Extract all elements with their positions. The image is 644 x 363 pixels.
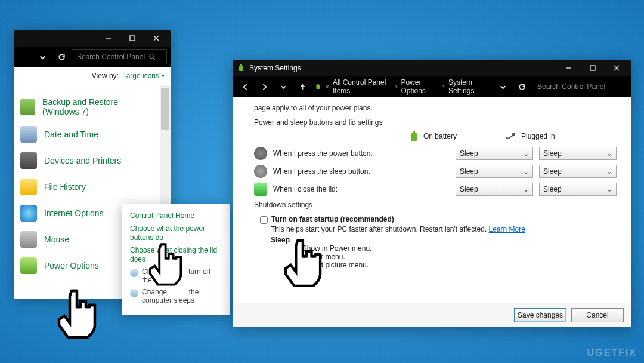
fast-startup-help: This helps start your PC faster after sh…: [271, 225, 617, 233]
cp-item-label: Date and Time: [44, 130, 98, 139]
minimize-button[interactable]: [97, 30, 120, 47]
system-settings-window: System Settings « All Control Panel Item…: [233, 60, 631, 327]
printer-icon: [20, 152, 37, 169]
cp-item-label: Mouse: [44, 235, 69, 244]
dropdown-lid-plugged[interactable]: Sleep: [539, 183, 617, 196]
minimize-button[interactable]: [557, 60, 581, 76]
save-changes-button[interactable]: Save changes: [514, 308, 566, 322]
dropdown-power-plugged[interactable]: Sleep: [539, 147, 617, 160]
folder-icon: [20, 179, 37, 195]
shutdown-settings: Turn on fast startup (recommended) This …: [254, 215, 617, 269]
power-icon: [254, 147, 267, 160]
search-input[interactable]: Search Control Panel: [72, 49, 167, 64]
dropdown-power-battery[interactable]: Sleep: [456, 147, 533, 160]
forward-button[interactable]: [255, 79, 273, 94]
cp-item-label: Devices and Printers: [44, 156, 121, 165]
fast-startup-checkbox[interactable]: [260, 216, 268, 224]
link-computer-sleeps[interactable]: Change xxxxx the computer sleeps: [130, 288, 222, 304]
refresh-button[interactable]: [52, 49, 70, 64]
watermark: UGETFIX: [587, 347, 637, 358]
battery-icon: [20, 257, 37, 274]
plug-icon: [504, 132, 516, 140]
row-label: When I press the sleep button:: [273, 167, 450, 176]
globe-icon: [20, 205, 37, 222]
breadcrumb-item[interactable]: Power Options: [401, 78, 439, 95]
cancel-button[interactable]: Cancel: [571, 308, 624, 322]
backup-icon: [20, 99, 35, 115]
close-button[interactable]: [605, 60, 628, 76]
dropdown-sleep-plugged[interactable]: Sleep: [539, 165, 617, 178]
row-sleep-button: When I press the sleep button: Sleep Sle…: [254, 165, 617, 178]
content-area: page apply to all of your power plans. P…: [233, 97, 631, 327]
cp-item-date-time[interactable]: Date and Time: [18, 121, 156, 147]
close-button[interactable]: [144, 30, 168, 47]
search-placeholder: Search Control Panel: [537, 82, 605, 91]
shield-icon: [130, 289, 138, 297]
cp-item-backup-restore[interactable]: Backup and Restore (Windows 7): [18, 93, 156, 121]
row-label: When I close the lid:: [273, 185, 450, 193]
titlebar: [14, 30, 171, 47]
row-label: When I press the power button:: [273, 149, 450, 158]
dropdown-button[interactable]: [33, 49, 51, 64]
section-title: Shutdown settings: [254, 201, 617, 209]
sleep-option-desc: Show in Show in Power menu.: [271, 244, 371, 253]
learn-more-link[interactable]: Learn More: [489, 225, 525, 233]
svg-rect-4: [590, 66, 595, 70]
refresh-button[interactable]: [513, 79, 531, 94]
link-power-buttons[interactable]: Choose what the power buttons do: [130, 224, 222, 242]
control-panel-home-link[interactable]: Control Panel Home: [130, 211, 222, 220]
maximize-button[interactable]: [581, 60, 605, 76]
nav-row: Search Control Panel: [14, 47, 171, 67]
row-close-lid: When I close the lid: Sleep Sleep: [254, 183, 617, 196]
cp-item-devices-printers[interactable]: Devices and Printers: [18, 147, 156, 174]
view-by-value[interactable]: Large icons: [122, 72, 165, 80]
svg-rect-2: [239, 66, 243, 71]
nav-row: « All Control Panel Items› Power Options…: [233, 76, 631, 97]
back-button[interactable]: [236, 79, 254, 94]
breadcrumb-item[interactable]: System Settings: [448, 78, 490, 95]
cp-item-label: Internet Options: [44, 208, 104, 218]
svg-rect-0: [130, 36, 135, 41]
svg-rect-7: [411, 133, 417, 141]
search-input[interactable]: Search Control Panel: [532, 79, 627, 94]
svg-rect-5: [316, 85, 320, 89]
power-options-side-panel: Control Panel Home Choose what the power…: [122, 204, 230, 315]
battery-icon: [237, 64, 246, 72]
col-plugged-in: Plugged in: [504, 130, 588, 142]
maximize-button[interactable]: [120, 30, 144, 47]
sleep-option-label: Sleep: [271, 236, 617, 244]
intro-text: page apply to all of your power plans.: [254, 104, 617, 112]
battery-icon: [315, 82, 321, 91]
scrollbar-thumb[interactable]: [161, 88, 169, 130]
up-button[interactable]: [293, 79, 311, 94]
window-title: System Settings: [249, 64, 557, 72]
button-bar: Save changes Cancel: [233, 303, 631, 327]
link-closing-lid[interactable]: Choose what closing the lid does: [130, 246, 222, 264]
hibernate-option-desc: Show in PPower menu.: [271, 253, 345, 261]
link-turn-off-display[interactable]: Choose xxxxx turn off the display: [130, 267, 222, 284]
section-title: Power and sleep buttons and lid settings: [254, 118, 617, 127]
view-by-label: View by:: [92, 72, 119, 80]
svg-rect-8: [413, 131, 415, 133]
cp-item-label: Power Options: [44, 261, 99, 270]
sleep-icon: [254, 165, 267, 178]
breadcrumb[interactable]: « All Control Panel Items› Power Options…: [312, 79, 493, 94]
chevron-down-icon[interactable]: [274, 79, 292, 94]
svg-point-1: [150, 54, 154, 59]
battery-icon: [409, 130, 419, 142]
search-icon: [148, 53, 156, 60]
dropdown-lid-battery[interactable]: Sleep: [456, 183, 533, 196]
dropdown-sleep-battery[interactable]: Sleep: [456, 165, 533, 178]
svg-rect-6: [317, 84, 318, 85]
dropdown-button[interactable]: [494, 79, 512, 94]
breadcrumb-item[interactable]: All Control Panel Items: [333, 78, 392, 95]
search-placeholder: Search Control Panel: [77, 53, 145, 61]
row-power-button: When I press the power button: Sleep Sle…: [254, 147, 617, 160]
lid-icon: [254, 183, 267, 196]
shield-icon: [130, 269, 138, 277]
view-by-row: View by: Large icons: [14, 67, 171, 85]
fast-startup-label: Turn on fast startup (recommended): [271, 215, 394, 223]
mouse-icon: [20, 231, 37, 248]
titlebar: System Settings: [233, 60, 631, 76]
cp-item-file-history[interactable]: File History: [18, 174, 156, 200]
